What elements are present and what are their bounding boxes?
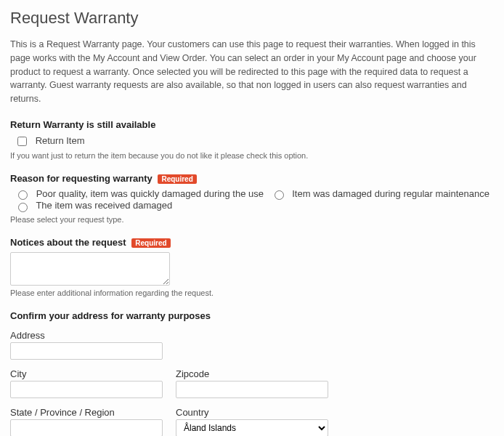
return-item-label: Return Item — [36, 135, 85, 146]
reason-option-1[interactable]: Poor quality, item was quickly damaged d… — [15, 188, 267, 199]
zipcode-input[interactable] — [176, 381, 328, 398]
reason-heading: Reason for requesting warranty — [10, 173, 153, 184]
intro-text: This is a Request Warranty page. Your cu… — [10, 38, 494, 106]
required-badge: Required — [131, 238, 170, 248]
reason-radio-3[interactable] — [18, 203, 28, 212]
return-warranty-section: Return Warranty is still available Retur… — [10, 119, 494, 160]
state-input[interactable] — [10, 419, 163, 436]
address-label: Address — [10, 330, 494, 341]
reason-helper: Please select your request type. — [10, 215, 494, 224]
country-label: Country — [176, 407, 328, 418]
return-helper: If you want just to return the item beca… — [10, 151, 494, 160]
zipcode-label: Zipcode — [176, 368, 328, 379]
state-label: State / Province / Region — [10, 407, 163, 418]
reason-label-2: Item was damaged during regular maintena… — [292, 188, 489, 199]
notices-section: Notices about the request Required Pleas… — [10, 237, 494, 297]
notices-textarea[interactable] — [10, 252, 170, 286]
country-select[interactable]: Åland Islands — [176, 419, 328, 436]
city-input[interactable] — [10, 381, 163, 398]
return-item-checkbox[interactable] — [17, 137, 27, 146]
return-item-option[interactable]: Return Item — [15, 135, 85, 146]
notices-heading: Notices about the request — [10, 237, 126, 248]
page-title: Request Warranty — [10, 9, 494, 28]
city-label: City — [10, 368, 163, 379]
reason-option-2[interactable]: Item was damaged during regular maintena… — [271, 188, 489, 199]
notices-helper: Please enter additional information rega… — [10, 288, 494, 297]
reason-label-3: The item was received damaged — [36, 200, 172, 211]
reason-option-3[interactable]: The item was received damaged — [15, 200, 172, 211]
reason-radio-2[interactable] — [275, 190, 284, 200]
reason-heading-row: Reason for requesting warranty Required — [10, 173, 494, 184]
reason-radio-1[interactable] — [18, 190, 28, 200]
address-section: Confirm your address for warranty purpos… — [10, 310, 494, 436]
reason-section: Reason for requesting warranty Required … — [10, 173, 494, 224]
reason-label-1: Poor quality, item was quickly damaged d… — [36, 188, 264, 199]
address-input[interactable] — [10, 342, 163, 360]
required-badge: Required — [158, 174, 196, 184]
return-heading: Return Warranty is still available — [10, 119, 494, 130]
address-heading: Confirm your address for warranty purpos… — [10, 310, 494, 321]
notices-heading-row: Notices about the request Required — [10, 237, 494, 248]
